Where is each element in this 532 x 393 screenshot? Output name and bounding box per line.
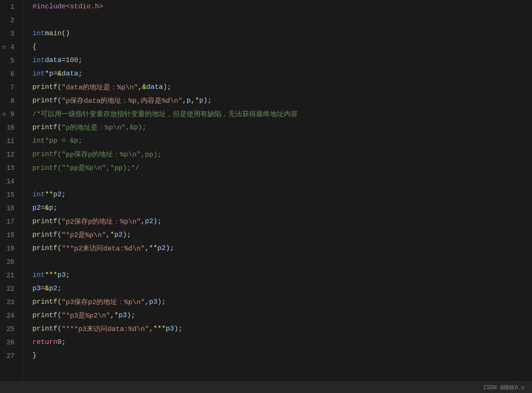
token: "*p3是%p2\n" (62, 311, 110, 320)
line-number: 1 (4, 0, 19, 13)
token: & (45, 285, 49, 293)
token: "p3保存p2的地址：%p\n" (62, 298, 145, 306)
token: "*p2是%p\n" (62, 231, 106, 239)
token: "p保存data的地址：%p,内容是%d\n" (62, 96, 182, 105)
token: p2 (157, 244, 166, 252)
token: p3 (32, 285, 41, 293)
token: p2 (114, 231, 123, 239)
token: , (125, 124, 130, 131)
token: * (195, 97, 199, 105)
line-number: 6 (4, 67, 19, 81)
token: = (53, 70, 57, 78)
code-line: int data = 100; (32, 54, 532, 67)
token: ; (62, 191, 66, 199)
token: = (41, 204, 45, 212)
token: ( (57, 231, 62, 239)
token: printf("*pp是%p\n",*pp);*/ (32, 163, 139, 172)
token: { (32, 43, 37, 51)
line-number: 2 (4, 13, 19, 27)
code-line: /*可以用一级指针变量存放指针变量的地址，但是使用有缺陷，无法获得最终地址内容 (32, 107, 532, 121)
token: "p2保存p的地址：%p\n" (62, 217, 141, 226)
token: ; (53, 204, 57, 212)
line-number: 12 (4, 148, 19, 161)
token: p (187, 97, 191, 105)
line-number: 23 (4, 295, 19, 309)
code-line: int ***p3; (32, 268, 532, 282)
code-line (32, 175, 532, 188)
token: () (62, 30, 70, 37)
line-number: 25 (4, 322, 19, 336)
token: , (149, 325, 153, 333)
token: p2 (145, 218, 153, 225)
token: printf (32, 97, 57, 105)
token: = (41, 285, 45, 293)
token: , (106, 231, 110, 239)
token: printf (32, 231, 57, 239)
code-line: { (32, 40, 532, 54)
token: ; (78, 70, 82, 78)
token: ); (203, 97, 212, 105)
code-editor: 123⊟45678⊟910111213141516171819202122232… (0, 0, 532, 393)
token: p (199, 97, 203, 105)
code-line: printf("***p3来访问data:%d\n",***p3); (32, 322, 532, 336)
line-number: 19 (4, 242, 19, 255)
token: p2 (32, 204, 41, 212)
code-line: printf("*pp是%p\n",*pp);*/ (32, 161, 532, 175)
code-line: printf("p保存data的地址：%p,内容是%d\n",p,*p); (32, 94, 532, 107)
token: p3 (57, 271, 66, 279)
token: ; (78, 56, 82, 64)
token: & (57, 70, 62, 78)
line-number: 10 (4, 121, 19, 134)
token: & (130, 124, 134, 131)
token: ); (138, 124, 146, 131)
token: printf (32, 325, 57, 333)
token: return (32, 338, 57, 346)
token: 100 (66, 56, 78, 64)
fold-collapse-icon[interactable]: ⊟ (3, 112, 6, 117)
code-line: printf("pp保存p的地址：%p\n",pp); (32, 148, 532, 161)
token: ( (57, 244, 62, 252)
token: "**p2来访问data:%d\n" (62, 244, 145, 253)
line-number: 8 (4, 94, 19, 107)
code-line: return 0; (32, 336, 532, 349)
code-line: printf("data的地址是：%p\n",&data); (32, 81, 532, 94)
token: ); (127, 312, 135, 319)
code-line: p3 = &p2; (32, 282, 532, 295)
line-number: 27 (4, 349, 19, 362)
token: p3 (149, 298, 157, 306)
token: ; (66, 271, 70, 279)
token: int (32, 30, 45, 37)
token: <stdio.h> (66, 3, 103, 11)
code-line: printf("*p2是%p\n",*p2); (32, 228, 532, 242)
line-number: 26 (4, 336, 19, 349)
token: * (114, 312, 119, 319)
token: /*可以用一级指针变量存放指针变量的地址，但是使用有缺陷，无法获得最终地址内容 (32, 110, 298, 119)
token: * (110, 231, 114, 239)
line-number: 5 (4, 54, 19, 67)
line-number: 17 (4, 215, 19, 228)
token: ( (57, 218, 62, 225)
line-number: ⊟9 (4, 107, 19, 121)
token: , (145, 298, 149, 306)
token: ); (153, 218, 162, 225)
token: ( (57, 124, 62, 131)
token: , (145, 244, 149, 252)
code-line: p2 = &p; (32, 201, 532, 215)
line-number: ⊟4 (4, 40, 19, 54)
line-number: 11 (4, 134, 19, 148)
token: data (62, 70, 78, 78)
token: & (142, 83, 146, 91)
code-line: printf("p的地址是：%p\n",&p); (32, 121, 532, 134)
fold-collapse-icon[interactable]: ⊟ (3, 44, 6, 50)
token: "***p3来访问data:%d\n" (62, 324, 149, 333)
token: ("pp保存p的地址：%p\n",pp); (57, 150, 162, 159)
token: p2 (53, 191, 62, 199)
token: printf (32, 150, 57, 158)
token: printf (32, 83, 57, 91)
token: printf (32, 298, 57, 306)
code-line: #include <stdio.h> (32, 0, 532, 13)
line-number: 16 (4, 201, 19, 215)
token: "data的地址是：%p\n" (62, 83, 138, 92)
token: ( (57, 97, 62, 105)
line-numbers: 123⊟45678⊟910111213141516171819202122232… (0, 0, 23, 381)
